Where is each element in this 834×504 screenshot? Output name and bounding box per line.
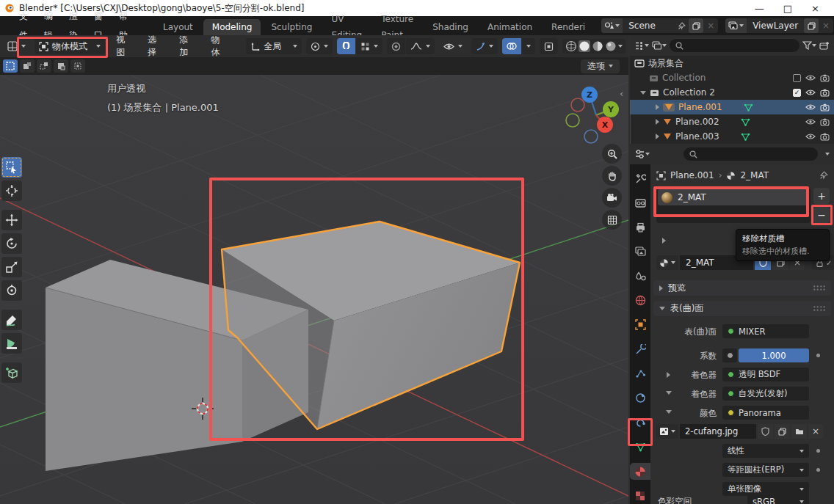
viewport-canvas[interactable]: [0, 75, 628, 504]
shading-dropdown[interactable]: [618, 45, 623, 48]
browse-image-button[interactable]: [656, 424, 678, 439]
zoom-button[interactable]: [602, 144, 622, 164]
ortho-toggle-button[interactable]: [602, 210, 622, 230]
decorator-dot[interactable]: [816, 468, 820, 472]
shading-material-button[interactable]: [592, 40, 603, 52]
slot-expand-icon[interactable]: [662, 238, 666, 244]
camera-icon[interactable]: [820, 118, 830, 126]
remove-viewlayer-icon[interactable]: ×: [819, 18, 833, 33]
viewlayer-icon[interactable]: [725, 18, 747, 33]
properties-editor-type-button[interactable]: [634, 149, 650, 159]
outliner-search-input[interactable]: [670, 39, 799, 52]
tab-scene[interactable]: [631, 268, 650, 284]
tool-rotate[interactable]: [1, 233, 22, 254]
select-mode-subtract[interactable]: [37, 59, 51, 73]
visibility-dropdown[interactable]: [439, 38, 467, 54]
viewlayer-name[interactable]: ViewLayer: [747, 21, 804, 31]
eye-icon[interactable]: [805, 74, 816, 81]
pan-hand-button[interactable]: [602, 166, 622, 186]
camera-icon[interactable]: [820, 133, 830, 141]
surface-value-button[interactable]: MIXER: [722, 324, 809, 338]
breadcrumb-object[interactable]: Plane.001: [670, 170, 714, 180]
overlays-toggle[interactable]: [502, 38, 521, 54]
maximize-button[interactable]: □: [783, 3, 792, 14]
menu-add[interactable]: 添加: [173, 34, 200, 59]
outliner-row-scene-collection[interactable]: 场景集合: [630, 56, 834, 70]
outliner-row-plane002[interactable]: Plane.002: [630, 114, 834, 129]
menu-select[interactable]: 选择: [141, 34, 168, 59]
minimize-button[interactable]: —: [755, 3, 764, 14]
image-fake-user-button[interactable]: [758, 424, 773, 439]
expand-icon[interactable]: [656, 119, 659, 125]
select-mode-intersect[interactable]: [70, 59, 85, 73]
breadcrumb-material[interactable]: 2_MAT: [740, 170, 769, 180]
menu-view[interactable]: 视图: [109, 34, 137, 59]
tool-add-cube[interactable]: [1, 362, 22, 383]
new-viewlayer-icon[interactable]: [804, 18, 819, 33]
panel-surface[interactable]: 表(曲)面: [653, 301, 831, 316]
eye-icon[interactable]: [805, 89, 816, 96]
select-mode-new[interactable]: [3, 59, 18, 73]
mode-dropdown[interactable]: 物体模式: [35, 38, 105, 54]
outliner-row-plane001[interactable]: Plane.001: [630, 100, 834, 114]
tab-texture[interactable]: [631, 488, 650, 504]
tab-modeling[interactable]: Modeling: [203, 19, 261, 35]
tab-render[interactable]: Renderi: [543, 19, 594, 35]
orientation-dropdown[interactable]: 全局: [246, 38, 302, 54]
menu-object[interactable]: 物体: [204, 34, 231, 59]
tab-constraints[interactable]: [631, 414, 650, 431]
properties-options-dropdown[interactable]: [825, 153, 830, 156]
expand-icon[interactable]: [656, 104, 659, 110]
editor-type-button[interactable]: [3, 38, 30, 54]
panel-grip[interactable]: [813, 285, 825, 291]
tool-annotate[interactable]: [1, 310, 22, 330]
tab-sculpting[interactable]: Sculpting: [262, 19, 321, 35]
projection-dropdown[interactable]: 等距圆柱(ERP): [722, 463, 809, 477]
pin-icon[interactable]: [674, 18, 689, 33]
tab-physics[interactable]: [631, 390, 650, 406]
outliner-row-collection2[interactable]: Collection 2 ✓: [630, 85, 834, 100]
eye-icon[interactable]: [805, 133, 816, 140]
outliner-filter-icon-dropdown[interactable]: [652, 41, 667, 51]
tab-world[interactable]: [631, 292, 650, 308]
eye-icon[interactable]: [805, 103, 816, 111]
expand-icon[interactable]: [656, 134, 659, 139]
snap-toggle-button[interactable]: [337, 38, 355, 54]
unlink-scene-icon[interactable]: ×: [703, 18, 718, 33]
outliner-display-dropdown[interactable]: [634, 41, 649, 51]
options-dropdown[interactable]: 选项: [581, 59, 620, 73]
collection-exclude-checkbox[interactable]: [793, 74, 801, 82]
tab-layout[interactable]: Layout: [154, 19, 202, 35]
camera-view-button[interactable]: [602, 188, 622, 208]
tool-scale[interactable]: [1, 257, 22, 277]
tab-particles[interactable]: [631, 365, 650, 381]
color-value-button[interactable]: Panorama: [722, 406, 809, 420]
image-name-field[interactable]: 2-cufang.jpg: [680, 424, 756, 439]
tab-viewlayer[interactable]: [631, 244, 650, 260]
factor-slider[interactable]: 1.000: [739, 348, 809, 362]
decorator-dot[interactable]: [816, 354, 820, 357]
overlays-dropdown[interactable]: [522, 38, 535, 54]
tab-shading[interactable]: Shading: [424, 19, 477, 35]
remove-material-slot-button[interactable]: −: [813, 207, 830, 223]
tab-render[interactable]: [631, 194, 650, 211]
collapse-icon[interactable]: [640, 91, 646, 95]
tool-transform[interactable]: [1, 280, 22, 301]
scene-name[interactable]: Scene: [623, 21, 674, 31]
gizmo-neg-z[interactable]: [584, 130, 598, 143]
decorator-dot[interactable]: [816, 449, 820, 453]
copy-image-button[interactable]: [775, 424, 790, 439]
pivot-dropdown[interactable]: [306, 38, 333, 54]
shader2-value-button[interactable]: 自发光(发射): [722, 387, 809, 401]
tab-data[interactable]: [631, 439, 650, 455]
factor-socket-button[interactable]: [722, 348, 737, 362]
eye-icon[interactable]: [805, 118, 816, 125]
camera-icon[interactable]: [820, 89, 830, 97]
shading-rendered-button[interactable]: [605, 40, 617, 52]
select-mode-extend[interactable]: [20, 59, 35, 73]
tool-move[interactable]: [1, 210, 22, 230]
tab-object[interactable]: [631, 317, 650, 333]
tab-material[interactable]: [630, 463, 650, 479]
camera-icon[interactable]: [820, 103, 830, 112]
collection2-exclude-checkbox[interactable]: ✓: [793, 89, 801, 97]
